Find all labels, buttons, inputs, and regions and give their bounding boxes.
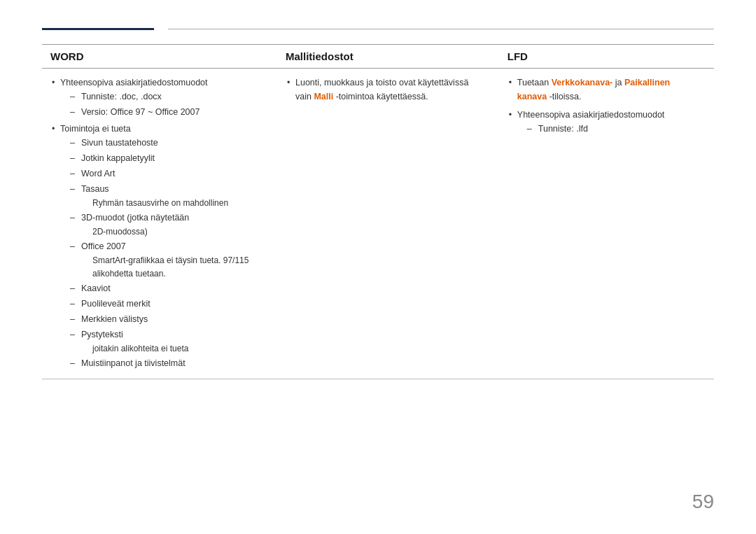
header-word: WORD bbox=[42, 45, 277, 69]
accent-bar bbox=[42, 28, 154, 30]
word-dash-4: Jotkin kappaletyylit bbox=[70, 151, 269, 165]
word-sub-2: 2D-muodossa) bbox=[81, 225, 269, 238]
word-dash-1: Tunniste: .doc, .docx bbox=[70, 90, 269, 104]
word-dash-13: Muistiinpanot ja tiivistelmät bbox=[70, 356, 269, 370]
lfd-bullet-2: Yhteensopiva asiakirjatiedostomuodot Tun… bbox=[507, 108, 706, 136]
main-table: WORD Mallitiedostot LFD Yhteensopiva asi… bbox=[42, 44, 714, 379]
word-dash-7: 3D-muodot (jotka näytetään 2D-muodossa) bbox=[70, 211, 269, 238]
page-number: 59 bbox=[692, 491, 714, 513]
word-dash-8: Office 2007 SmartArt-grafiikkaa ei täysi… bbox=[70, 239, 269, 280]
mallitiedostot-column: Luonti, muokkaus ja toisto ovat käytettä… bbox=[277, 69, 499, 379]
mallitiedostot-bullet-1: Luonti, muokkaus ja toisto ovat käytettä… bbox=[286, 76, 491, 104]
word-dash-11: Merkkien välistys bbox=[70, 312, 269, 326]
word-sub-1: Ryhmän tasausvirhe on mahdollinen bbox=[81, 197, 269, 209]
malli-bold: Malli bbox=[314, 92, 333, 101]
lfd-bold-2: Paikallinen bbox=[624, 78, 670, 87]
word-bullet-2: Toimintoja ei tueta Sivun taustatehoste … bbox=[50, 122, 269, 370]
word-dash-6: Tasaus Ryhmän tasausvirhe on mahdollinen bbox=[70, 182, 269, 209]
word-dash-3: Sivun taustatehoste bbox=[70, 136, 269, 150]
word-dash-2: Versio: Office 97 ~ Office 2007 bbox=[70, 105, 269, 119]
lfd-dash-1: Tunniste: .lfd bbox=[527, 122, 706, 136]
lfd-column: Tuetaan Verkkokanava- ja Paikallinen kan… bbox=[499, 69, 714, 379]
word-bullet-1: Yhteensopiva asiakirjatiedostomuodot Tun… bbox=[50, 76, 269, 119]
header-mallitiedostot: Mallitiedostot bbox=[277, 45, 499, 69]
word-dash-10: Puolileveät merkit bbox=[70, 297, 269, 311]
word-sub-5: joitakin alikohteita ei tueta bbox=[81, 342, 269, 355]
word-sub-4: alikohdetta tuetaan. bbox=[81, 267, 269, 280]
word-column: Yhteensopiva asiakirjatiedostomuodot Tun… bbox=[42, 69, 277, 379]
top-bar bbox=[42, 28, 714, 30]
page-container: WORD Mallitiedostot LFD Yhteensopiva asi… bbox=[0, 0, 756, 534]
header-lfd: LFD bbox=[499, 45, 714, 69]
header-line bbox=[168, 29, 714, 29]
word-dash-12: Pystyteksti joitakin alikohteita ei tuet… bbox=[70, 328, 269, 355]
lfd-bullet-1: Tuetaan Verkkokanava- ja Paikallinen kan… bbox=[507, 76, 706, 104]
lfd-bold-3: kanava bbox=[517, 92, 547, 101]
word-dash-5: Word Art bbox=[70, 167, 269, 181]
lfd-bold-1: Verkkokanava- bbox=[552, 78, 613, 87]
word-dash-9: Kaaviot bbox=[70, 281, 269, 295]
word-sub-3: SmartArt-grafiikkaa ei täysin tueta. 97/… bbox=[81, 254, 269, 267]
